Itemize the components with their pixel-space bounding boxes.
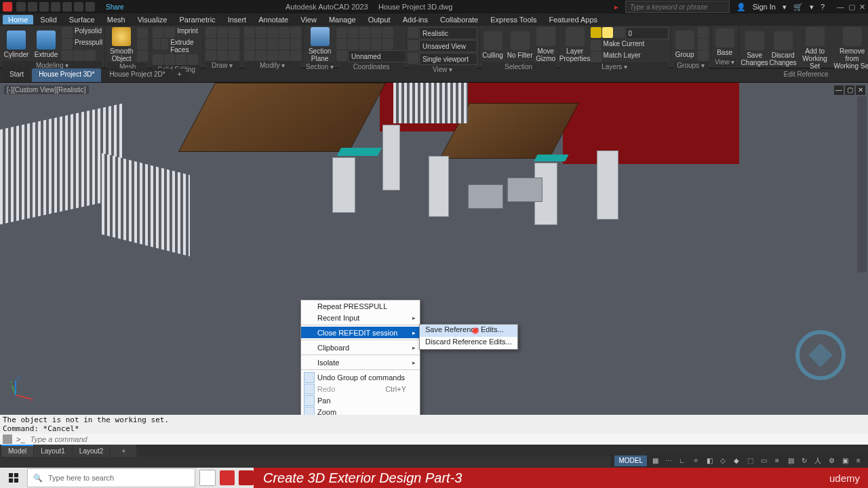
- qat-undo-icon[interactable]: [74, 2, 83, 12]
- status-lwt-icon[interactable]: ≡: [772, 455, 783, 466]
- status-iso-icon[interactable]: ◧: [704, 455, 715, 466]
- command-input[interactable]: [29, 434, 303, 444]
- tab-surface[interactable]: Surface: [64, 15, 100, 24]
- explode-icon[interactable]: [290, 27, 301, 38]
- ucs-combo[interactable]: Unnamed: [348, 50, 406, 62]
- panel-view-title[interactable]: View ▾: [409, 65, 477, 74]
- app-logo-icon[interactable]: [3, 2, 12, 12]
- tab-add-button[interactable]: +: [174, 68, 186, 82]
- layer-combo[interactable]: 0: [625, 27, 669, 39]
- ucs-y-icon[interactable]: [382, 39, 393, 49]
- help-icon[interactable]: ?: [821, 3, 825, 11]
- tab-manage[interactable]: Manage: [323, 15, 361, 24]
- link-icon[interactable]: ▾: [810, 3, 814, 12]
- rotate-icon[interactable]: [256, 27, 267, 38]
- user-icon[interactable]: 👤: [736, 3, 746, 12]
- polyline-icon[interactable]: [217, 27, 228, 38]
- panel-section-title[interactable]: Section ▾: [306, 62, 334, 71]
- align-icon[interactable]: [267, 50, 278, 61]
- layout-add-button[interactable]: +: [111, 445, 136, 457]
- panel-base-title[interactable]: View ▾: [713, 58, 736, 66]
- ucs-origin-icon[interactable]: [336, 39, 347, 49]
- ucs-face-icon[interactable]: [371, 27, 382, 38]
- group-edit-icon[interactable]: [698, 39, 709, 49]
- ucs-prev-icon[interactable]: [359, 27, 370, 38]
- sweep-icon[interactable]: [73, 50, 84, 61]
- make-current-button[interactable]: Make Current: [604, 40, 645, 51]
- helix-icon[interactable]: [229, 50, 239, 61]
- visual-style-combo[interactable]: Realistic: [419, 27, 477, 39]
- copy-icon[interactable]: [244, 39, 255, 49]
- tab-doc-active[interactable]: House Project 3D*: [32, 68, 101, 82]
- named-view-combo[interactable]: Unsaved View: [419, 40, 477, 52]
- line-icon[interactable]: [205, 27, 216, 38]
- layer-lock-icon[interactable]: [614, 27, 625, 38]
- ucs-icon[interactable]: [336, 27, 347, 38]
- taskbar-cortana-icon[interactable]: [199, 470, 216, 486]
- taskbar-search[interactable]: 🔍 Type here to search: [27, 468, 195, 487]
- slice-icon[interactable]: [161, 39, 168, 49]
- ctx-pan[interactable]: Pan: [301, 394, 420, 406]
- move-icon[interactable]: [244, 27, 255, 38]
- ctx-isolate[interactable]: Isolate: [301, 357, 420, 368]
- smooth-object-button[interactable]: Smooth Object: [107, 27, 136, 62]
- offset-icon[interactable]: [290, 39, 301, 49]
- viewport-icon[interactable]: [408, 53, 418, 64]
- revolve-icon[interactable]: [62, 50, 73, 61]
- tab-collaborate[interactable]: Collaborate: [435, 15, 484, 24]
- ellipse-icon[interactable]: [229, 39, 239, 49]
- layout-tab-2[interactable]: Layout2: [73, 445, 111, 457]
- layer-freeze-icon[interactable]: [602, 27, 613, 38]
- ucs-world-icon[interactable]: [348, 27, 359, 38]
- tab-insert[interactable]: Insert: [222, 15, 252, 24]
- status-ann-icon[interactable]: 人: [812, 455, 823, 466]
- status-custom-icon[interactable]: ≡: [853, 455, 864, 466]
- status-grid-icon[interactable]: ▦: [650, 455, 660, 466]
- status-polar-icon[interactable]: ✧: [690, 455, 701, 466]
- panel-layers-title[interactable]: Layers ▾: [561, 62, 669, 71]
- status-dyn-icon[interactable]: ▭: [758, 455, 769, 466]
- make-current-icon[interactable]: [591, 40, 601, 51]
- view-icon[interactable]: [408, 40, 418, 51]
- polysolid-button[interactable]: Polysolid: [75, 27, 102, 38]
- 3dalign-icon[interactable]: [279, 50, 290, 61]
- union-icon[interactable]: [153, 27, 163, 38]
- imprint-button[interactable]: Imprint: [177, 27, 198, 38]
- share-button[interactable]: Share: [106, 3, 124, 11]
- cmd-close-icon[interactable]: [3, 434, 12, 444]
- base-button[interactable]: Base: [713, 28, 736, 56]
- culling-button[interactable]: Culling: [480, 31, 506, 59]
- circle-icon[interactable]: [229, 27, 239, 38]
- mesh-more-icon[interactable]: [137, 28, 148, 39]
- apps-icon[interactable]: ▾: [783, 3, 787, 12]
- ucs-3p-icon[interactable]: [359, 39, 370, 49]
- help-search-input[interactable]: [625, 1, 730, 13]
- status-ws-icon[interactable]: ⚙: [826, 455, 837, 466]
- shell-icon[interactable]: [153, 54, 163, 65]
- presspull-icon[interactable]: [62, 39, 73, 49]
- ucs-x-icon[interactable]: [371, 39, 382, 49]
- match-layer-button[interactable]: Match Layer: [604, 52, 641, 62]
- ctx-undo[interactable]: Undo Group of commands: [301, 371, 420, 383]
- offset-edge-icon[interactable]: [176, 54, 186, 65]
- vp-max-icon[interactable]: ▢: [845, 85, 854, 95]
- match-layer-icon[interactable]: [591, 52, 601, 62]
- status-snap-icon[interactable]: ⋯: [663, 455, 674, 466]
- fillet-icon[interactable]: [267, 39, 278, 49]
- ctx-clipboard[interactable]: Clipboard: [301, 342, 420, 353]
- add-to-set-button[interactable]: Add to Working Set: [798, 27, 832, 70]
- cylinder-button[interactable]: Cylinder: [2, 30, 31, 58]
- ctx-zoom[interactable]: Zoom: [301, 406, 420, 415]
- status-cycling-icon[interactable]: ↻: [799, 455, 810, 466]
- status-osnap-icon[interactable]: ◇: [717, 455, 728, 466]
- layout-tab-1[interactable]: Layout1: [34, 445, 72, 457]
- tab-output[interactable]: Output: [363, 15, 396, 24]
- restore-button[interactable]: ▢: [848, 3, 855, 12]
- viewport[interactable]: [-][Custom View][Realistic] — ▢ ✕ X Y Z …: [0, 83, 868, 415]
- polysolid-icon[interactable]: [62, 27, 73, 38]
- ucs-z-icon[interactable]: [348, 39, 359, 49]
- tab-addins[interactable]: Add-ins: [397, 15, 433, 24]
- status-ortho-icon[interactable]: ∟: [677, 455, 688, 466]
- status-clean-icon[interactable]: ▣: [840, 455, 850, 466]
- gizmo-button[interactable]: Move Gizmo: [534, 27, 557, 62]
